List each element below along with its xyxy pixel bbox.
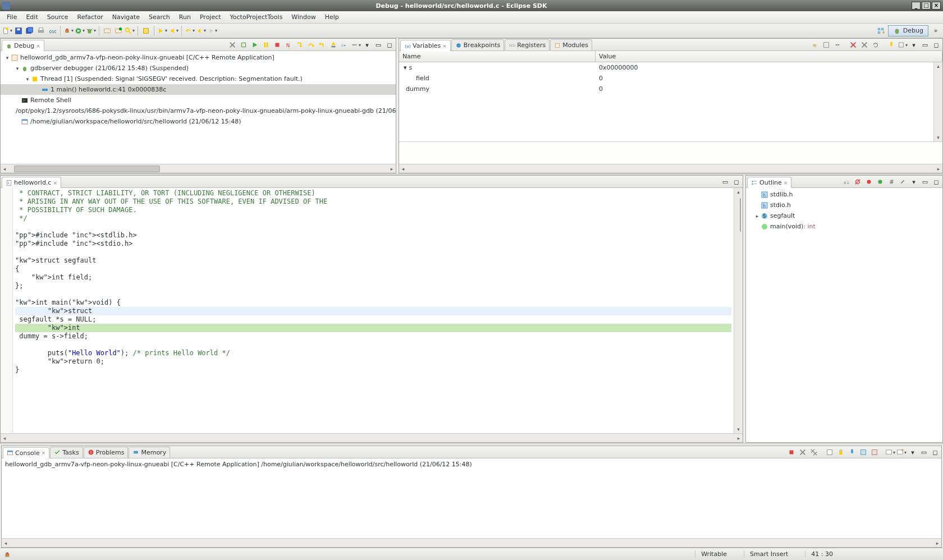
remove-terminated-button[interactable]: [227, 40, 237, 50]
outline-hide-static-button[interactable]: [864, 177, 874, 187]
menu-navigate[interactable]: Navigate: [109, 12, 143, 22]
vars-maximize-button[interactable]: ◻: [931, 40, 941, 50]
outline-hide-inactive-button[interactable]: #: [886, 177, 896, 187]
maximize-view-button[interactable]: ◻: [384, 40, 395, 50]
tab-outline[interactable]: Outline ×: [747, 177, 791, 188]
debug-tree[interactable]: ▾helloworld_gdb_armv7a-vfp-neon-poky-lin…: [1, 51, 396, 164]
vars-pin-button[interactable]: [886, 40, 896, 50]
show-type-names-button[interactable]: ⟲: [810, 40, 820, 50]
terminate-button[interactable]: [272, 40, 282, 50]
vars-view-menu-button[interactable]: ▾: [909, 40, 919, 50]
editor-scroll-left[interactable]: ◂: [1, 435, 8, 441]
scroll-left-button[interactable]: ◂: [1, 166, 8, 172]
console-hscroll[interactable]: ◂ ▸: [2, 538, 941, 547]
menu-project[interactable]: Project: [196, 12, 225, 22]
vars-minimize-button[interactable]: ▭: [920, 40, 930, 50]
outline-item[interactable]: ▸Ssegfault: [746, 210, 942, 221]
console-remove-button[interactable]: [798, 447, 808, 457]
new-button[interactable]: [2, 26, 12, 36]
menu-help[interactable]: Help: [322, 12, 342, 22]
prev-annotation-button[interactable]: [168, 26, 178, 36]
perspective-debug[interactable]: Debug: [888, 25, 928, 36]
debug-tree-row[interactable]: /opt/poky/1.2/sysroots/i686-pokysdk-linu…: [1, 105, 396, 116]
console-clear-button[interactable]: [825, 447, 835, 457]
menu-window[interactable]: Window: [288, 12, 319, 22]
menu-search[interactable]: Search: [145, 12, 173, 22]
open-perspective-button[interactable]: +: [876, 26, 886, 36]
debug-hscroll[interactable]: ◂ ▸: [1, 164, 396, 173]
tab-variables-close[interactable]: ×: [442, 43, 447, 49]
tab-variables[interactable]: (x) Variables ×: [400, 40, 451, 51]
outline-minimize-button[interactable]: ▭: [920, 177, 930, 187]
variable-row[interactable]: (x)dummy0: [399, 84, 933, 94]
menu-refactor[interactable]: Refactor: [74, 12, 107, 22]
tab-breakpoints[interactable]: Breakpoints: [451, 39, 505, 51]
back-button[interactable]: [196, 26, 206, 36]
outline-hide-nonpublic-button[interactable]: [875, 177, 885, 187]
collapse-all-button[interactable]: [832, 40, 843, 50]
debug-tree-row[interactable]: 1 main() helloworld.c:41 0x0000838c: [1, 84, 396, 95]
console-scroll-lock-button[interactable]: [836, 447, 846, 457]
tab-helloworld-c[interactable]: c helloworld.c ×: [2, 177, 61, 188]
next-annotation-button[interactable]: [157, 26, 167, 36]
console-show-on-out-button[interactable]: [858, 447, 868, 457]
editor-scroll-right[interactable]: ▸: [735, 435, 743, 441]
menu-file[interactable]: File: [3, 12, 20, 22]
console-minimize-button[interactable]: ▭: [919, 447, 929, 457]
console-terminate-button[interactable]: [786, 447, 796, 457]
tab-debug-close[interactable]: ×: [36, 43, 40, 49]
remove-global-button[interactable]: [859, 40, 869, 50]
editor-gutter[interactable]: [1, 188, 13, 433]
close-button[interactable]: ×: [932, 2, 941, 10]
editor-scroll-up[interactable]: ▴: [737, 188, 740, 196]
print-button[interactable]: [36, 26, 46, 36]
console-view-menu-button[interactable]: ▾: [908, 447, 918, 457]
debug-button[interactable]: [86, 26, 96, 36]
view-menu-button[interactable]: ▾: [362, 40, 372, 50]
search-button[interactable]: [125, 26, 135, 36]
outline-sort-button[interactable]: a↓: [841, 177, 852, 187]
col-name[interactable]: Name: [399, 51, 596, 62]
console-scroll-right[interactable]: ▸: [933, 540, 941, 546]
debug-tree-row[interactable]: /home/giulian/workspace/helloworld/src/h…: [1, 116, 396, 127]
vars-vscroll[interactable]: ▴ ▾: [933, 62, 942, 141]
maximize-button[interactable]: □: [922, 2, 931, 10]
vars-new-view-button[interactable]: [898, 40, 908, 50]
show-logical-button[interactable]: [821, 40, 831, 50]
tab-memory[interactable]: Memory: [129, 447, 170, 458]
vars-scroll-left[interactable]: ◂: [399, 166, 407, 172]
perspective-more-button[interactable]: »: [931, 26, 941, 36]
outline-item[interactable]: hstdio.h: [746, 200, 942, 210]
tab-registers[interactable]: 1010 Registers: [505, 39, 550, 51]
toggle-mark-button[interactable]: [141, 26, 151, 36]
console-maximize-button[interactable]: ◻: [930, 447, 940, 457]
console-scroll-left[interactable]: ◂: [2, 540, 10, 546]
outline-view-menu-button[interactable]: ▾: [909, 177, 919, 187]
step-into-button[interactable]: [295, 40, 305, 50]
variable-row[interactable]: ▾s0x00000000: [399, 62, 933, 73]
use-step-filters-button[interactable]: [351, 40, 361, 50]
resume-button[interactable]: [250, 40, 260, 50]
console-output[interactable]: helloworld_gdb_armv7a-vfp-neon-poky-linu…: [2, 458, 941, 538]
editor-hscroll[interactable]: ◂ ▸: [1, 433, 743, 442]
outline-link-button[interactable]: [898, 177, 908, 187]
outline-hide-fields-button[interactable]: [853, 177, 863, 187]
menu-yocto[interactable]: YoctoProjectTools: [227, 12, 286, 22]
disconnect-button[interactable]: N: [283, 40, 294, 50]
debug-tree-row[interactable]: ▾Thread [1] (Suspended: Signal 'SIGSEGV'…: [1, 74, 396, 84]
suspend-button[interactable]: [261, 40, 271, 50]
outline-item[interactable]: main(void) : int: [746, 221, 942, 232]
last-edit-button[interactable]: [185, 26, 195, 36]
instruction-step-button[interactable]: i→: [340, 40, 350, 50]
editor-vscroll[interactable]: ▴ ▾: [734, 188, 743, 433]
scroll-down-button[interactable]: ▾: [937, 134, 940, 141]
scroll-up-button[interactable]: ▴: [937, 62, 940, 70]
debug-tree-row[interactable]: ▾gdbserver debugger (21/06/12 15:48) (Su…: [1, 63, 396, 74]
menu-source[interactable]: Source: [44, 12, 72, 22]
tab-helloworld-c-close[interactable]: ×: [53, 180, 57, 186]
tab-tasks[interactable]: Tasks: [50, 447, 83, 458]
editor-scroll-down[interactable]: ▾: [737, 425, 740, 433]
vars-refresh-button[interactable]: [871, 40, 881, 50]
vars-hscroll[interactable]: ◂ ▸: [399, 164, 942, 173]
console-show-on-err-button[interactable]: [869, 447, 880, 457]
